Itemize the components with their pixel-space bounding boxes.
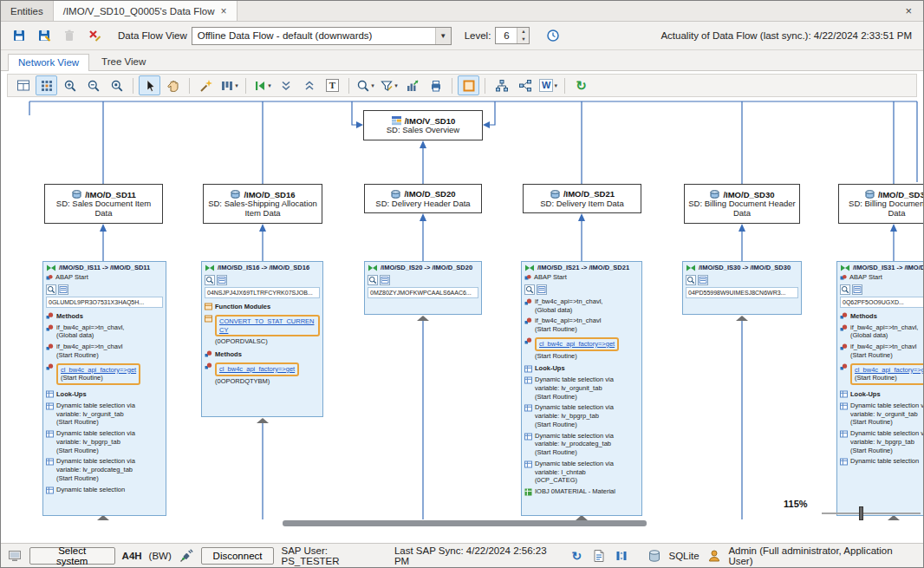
abap-icon bbox=[524, 274, 531, 281]
transformation-box[interactable]: /IMO/SD_IS20 -> /IMO/D_SD200MZ80ZYJMOFKW… bbox=[364, 261, 482, 315]
code-link[interactable]: cl_bw4c_api_factory=>get bbox=[61, 366, 136, 374]
tab-entities[interactable]: Entities bbox=[1, 1, 54, 21]
where-used-icon[interactable]: W▾ bbox=[537, 75, 559, 95]
lookup-icon bbox=[46, 402, 54, 410]
jump-to-source-icon[interactable]: ▾ bbox=[251, 75, 273, 95]
disconnect-button[interactable]: Disconnect bbox=[201, 547, 275, 565]
save-all-icon[interactable] bbox=[34, 25, 55, 46]
tf-zoom-button[interactable] bbox=[524, 284, 535, 295]
transformation-box[interactable]: /IMO/SD_IS21 -> /IMO/D_SD21ABAP Startif_… bbox=[521, 261, 642, 516]
zoom-fit-icon[interactable] bbox=[106, 75, 127, 95]
dropdown-arrow-icon[interactable]: ▼ bbox=[435, 28, 451, 44]
tf-details-button[interactable] bbox=[852, 284, 862, 295]
data-node[interactable]: /IMO/D_SD11SD: Sales Document Item Data bbox=[44, 184, 163, 224]
lookup-icon bbox=[524, 404, 532, 412]
tf-subtitle: ABAP Start bbox=[46, 273, 163, 282]
copy-doc-icon[interactable] bbox=[591, 548, 607, 564]
transformation-box[interactable]: /IMO/SD_IS30 -> /IMO/D_SD3004PD55998W9UI… bbox=[682, 261, 802, 315]
zoom-out-icon[interactable] bbox=[82, 75, 104, 95]
data-flow-view-dropdown[interactable]: Offline Data Flow - default (downwards) … bbox=[192, 27, 452, 45]
window-close-icon[interactable]: × bbox=[894, 1, 923, 21]
refresh-icon[interactable]: ↻ bbox=[570, 75, 592, 95]
tf-zoom-button[interactable] bbox=[840, 284, 850, 295]
fm-icon bbox=[205, 303, 212, 310]
lookup-icon bbox=[46, 430, 54, 438]
search-icon[interactable]: ▾ bbox=[355, 75, 376, 95]
save-icon[interactable] bbox=[9, 25, 29, 46]
code-link[interactable]: cl_bw4c_api_factory=>get bbox=[539, 340, 615, 348]
item-text: Dynamic table selection via variable: lv… bbox=[535, 375, 639, 401]
layout-style-icon[interactable]: ▾ bbox=[218, 75, 240, 95]
print-icon[interactable] bbox=[425, 75, 446, 95]
abap-icon bbox=[840, 274, 847, 281]
horizontal-scrollbar-thumb[interactable] bbox=[283, 520, 647, 526]
level-down-icon[interactable]: ▼ bbox=[517, 36, 529, 43]
transformation-box[interactable]: /IMO/SD_IS11 -> /IMO/D_SD11ABAP Start0GL… bbox=[42, 261, 166, 516]
tf-tech-id: 0MZ80ZYJMOFKWPCAALS6AAC6... bbox=[368, 287, 478, 298]
tf-zoom-button[interactable] bbox=[368, 275, 378, 285]
tf-item: if_bw4c_api=>tn_chavl (Start Routine) bbox=[524, 317, 639, 334]
level-spinner[interactable]: 6 ▲▼ bbox=[495, 27, 530, 44]
tf-details-button[interactable] bbox=[698, 275, 708, 285]
export-diagram-icon[interactable] bbox=[401, 75, 423, 95]
pointer-tool-icon[interactable] bbox=[139, 75, 160, 95]
level-up-icon[interactable]: ▲ bbox=[517, 28, 529, 36]
highlight-toggle-icon[interactable] bbox=[458, 75, 479, 95]
filter-icon[interactable]: ▾ bbox=[378, 75, 400, 95]
data-transfer-icon[interactable] bbox=[614, 548, 629, 564]
zoom-slider[interactable] bbox=[822, 513, 921, 514]
text-tool-icon[interactable]: T bbox=[322, 75, 343, 95]
tf-zoom-button[interactable] bbox=[46, 284, 56, 295]
item-text: Dynamic table selection bbox=[850, 457, 923, 466]
discard-edits-icon[interactable] bbox=[84, 25, 105, 46]
toolbar-separator bbox=[348, 78, 349, 94]
sync-time-icon[interactable] bbox=[543, 25, 563, 46]
network-layout-icon[interactable] bbox=[514, 75, 536, 95]
zoom-in-icon[interactable] bbox=[59, 75, 81, 95]
auto-layout-icon[interactable] bbox=[195, 75, 217, 95]
data-node[interactable]: /IMO/D_SD31SD: Billing Document Item Dat… bbox=[838, 184, 923, 224]
tf-details-button[interactable] bbox=[217, 275, 227, 285]
app-window: Entities /IMO/V_SD10_Q0005's Data Flow ×… bbox=[0, 0, 924, 568]
tab-data-flow[interactable]: /IMO/V_SD10_Q0005's Data Flow × bbox=[54, 1, 238, 21]
zoom-level-label: 115% bbox=[784, 499, 808, 509]
collapse-all-icon[interactable] bbox=[275, 75, 296, 95]
highlight-frame: cl_bw4c_api_factory=>get bbox=[535, 337, 619, 351]
data-node[interactable]: /IMO/D_SD30SD: Billing Document Header D… bbox=[684, 184, 800, 224]
data-node[interactable]: /IMO/D_SD20SD: Delivery Header Data bbox=[364, 184, 482, 213]
code-link[interactable]: cl_bw4c_api_factory=>get bbox=[855, 366, 923, 374]
data-node[interactable]: /IMO/D_SD16SD: Sales-Shipping Allocation… bbox=[203, 184, 322, 224]
tab-network-view[interactable]: Network View bbox=[8, 54, 89, 71]
hierarchy-layout-icon[interactable] bbox=[491, 75, 512, 95]
tf-details-button[interactable] bbox=[380, 275, 390, 285]
zoom-slider-thumb[interactable] bbox=[859, 506, 863, 520]
sync-refresh-icon[interactable]: ↻ bbox=[569, 548, 584, 564]
delete-icon[interactable] bbox=[59, 25, 80, 46]
expand-all-icon[interactable] bbox=[298, 75, 320, 95]
tf-zoom-button[interactable] bbox=[205, 275, 215, 285]
console-icon[interactable] bbox=[7, 548, 23, 564]
tf-zoom-button[interactable] bbox=[686, 275, 696, 285]
code-link[interactable]: cl_bw4c_api_factory=>get bbox=[219, 365, 295, 373]
iobj-icon bbox=[524, 488, 532, 496]
transformation-box[interactable]: /IMO/SD_IS16 -> /IMO/D_SD1604NSJPJ4JX69T… bbox=[201, 261, 323, 417]
transformation-icon bbox=[840, 264, 850, 272]
tf-details-button[interactable] bbox=[58, 284, 68, 295]
code-link[interactable]: CONVERT_TO_STAT_CURRENCY bbox=[219, 317, 314, 334]
transformation-box[interactable]: /IMO/SD_IS31 -> /IMO/D_SD31ABAP Start0Q6… bbox=[836, 261, 923, 516]
view-tabs: Network View Tree View bbox=[1, 50, 923, 71]
node-desc: SD: Sales-Shipping Allocation Item Data bbox=[207, 199, 318, 219]
select-system-button[interactable]: Select system bbox=[29, 547, 115, 565]
data-node[interactable]: /IMO/D_SD21SD: Delivery Item Data bbox=[523, 184, 641, 213]
tf-title: /IMO/SD_IS30 -> /IMO/D_SD30 bbox=[686, 264, 798, 272]
tab-tree-view[interactable]: Tree View bbox=[91, 53, 156, 70]
pan-tool-icon[interactable] bbox=[162, 75, 184, 95]
overview-window-icon[interactable] bbox=[12, 75, 34, 95]
grid-toggle-icon[interactable] bbox=[36, 75, 57, 95]
tf-details-button[interactable] bbox=[537, 284, 547, 295]
status-bar: Select system A4H (BW) Disconnect SAP Us… bbox=[1, 543, 923, 567]
tf-item: cl_bw4c_api_factory=>get(0OPORDQTYBM) bbox=[205, 362, 320, 386]
tab-close-icon[interactable]: × bbox=[221, 6, 227, 16]
top-node[interactable]: /IMO/V_SD10SD: Sales Overview bbox=[363, 110, 483, 140]
diagram[interactable]: 115% /IMO/V_SD10SD: Sales Overview/IMO/D… bbox=[1, 100, 923, 543]
